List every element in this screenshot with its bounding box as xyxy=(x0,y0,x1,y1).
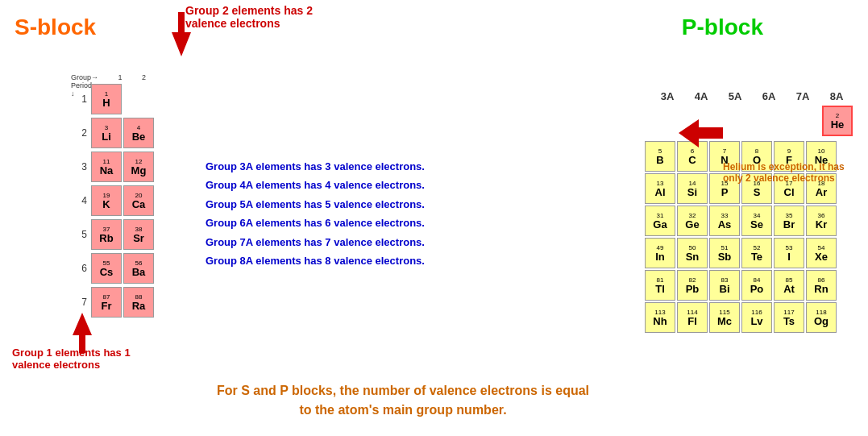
group-3a-header: 3A xyxy=(650,90,684,102)
element-Mc: 115Mc xyxy=(709,302,740,333)
p-row-1: 2 He xyxy=(644,105,853,140)
element-Ba: 56 Ba xyxy=(123,253,154,284)
p-row-6: 81Tl 82Pb 83Bi 84Po 85At 86Rn xyxy=(644,269,853,301)
element-As: 33As xyxy=(709,206,740,236)
group-5a-header: 5A xyxy=(718,90,752,102)
element-Li: 3 Li xyxy=(91,118,122,148)
element-Ts: 117Ts xyxy=(774,302,804,333)
s-block-label: S-block xyxy=(15,15,96,40)
period-3-label: 3 xyxy=(71,161,87,172)
element-Bi: 83Bi xyxy=(709,270,740,301)
period-1-label: 1 xyxy=(71,93,87,105)
element-Mg: 12 Mg xyxy=(123,152,154,182)
p-row-4: 31Ga 32Ge 33As 34Se 35Br 36Kr xyxy=(644,205,853,237)
element-Si: 14Si xyxy=(677,173,708,204)
element-I: 53I xyxy=(774,238,804,268)
element-Rb: 37 Rb xyxy=(91,219,122,250)
element-B: 5B xyxy=(645,141,675,172)
element-Kr: 36Kr xyxy=(806,206,837,236)
p-block-label: P-block xyxy=(682,15,763,40)
s-row-6: 6 55 Cs 56 Ba xyxy=(71,251,155,285)
s-row-1: 1 1 H xyxy=(71,82,155,116)
svg-marker-0 xyxy=(172,12,191,56)
element-H: 1 H xyxy=(91,84,122,114)
element-Ca: 20 Ca xyxy=(123,185,154,216)
element-Rn: 86Rn xyxy=(806,270,837,301)
element-K: 19 K xyxy=(91,185,122,216)
s-row-5: 5 37 Rb 38 Sr xyxy=(71,218,155,251)
p-row-7: 113Nh 114Fl 115Mc 116Lv 117Ts 118Og xyxy=(644,301,853,334)
blank-cell xyxy=(751,106,785,139)
element-Sb: 51Sb xyxy=(709,238,740,268)
element-Al: 13Al xyxy=(645,173,675,204)
element-Pb: 82Pb xyxy=(677,270,708,301)
element-Nh: 113Nh xyxy=(645,302,675,333)
group-7a-header: 7A xyxy=(786,90,820,102)
element-Lv: 116Lv xyxy=(741,302,772,333)
element-Tl: 81Tl xyxy=(645,270,675,301)
group-8a-header: 8A xyxy=(820,90,853,102)
svg-marker-1 xyxy=(679,119,723,147)
group2-annotation: Group 2 elements has 2 valence electrons xyxy=(185,4,313,30)
element-In: 49In xyxy=(645,238,675,268)
element-Ga: 31Ga xyxy=(645,206,675,236)
s-block-table: 1 1 H 2 3 Li 4 Be 3 11 Na 12 Mg 4 19 xyxy=(71,82,155,319)
element-Po: 84Po xyxy=(741,270,772,301)
bottom-text: For S and P blocks, the number of valenc… xyxy=(161,381,645,420)
blank-cell xyxy=(645,106,679,139)
element-Br: 35Br xyxy=(774,206,804,236)
period-7-label: 7 xyxy=(71,297,87,308)
group1-annotation: Group 1 elements has 1 valence electrons xyxy=(12,347,131,371)
period-4-label: 4 xyxy=(71,195,87,206)
element-Ge: 32Ge xyxy=(677,206,708,236)
element-Be: 4 Be xyxy=(123,118,154,148)
s-row-2: 2 3 Li 4 Be xyxy=(71,116,155,150)
group-4a-header: 4A xyxy=(684,90,718,102)
group2-arrow xyxy=(165,12,197,60)
element-Sr: 38 Sr xyxy=(123,219,154,250)
element-Na: 11 Na xyxy=(91,152,122,182)
p-row-5: 49In 50Sn 51Sb 52Te 53I 54Xe xyxy=(644,237,853,269)
element-Xe: 54Xe xyxy=(806,238,837,268)
element-Ra: 88 Ra xyxy=(123,287,154,318)
group-6a-header: 6A xyxy=(752,90,786,102)
element-Se: 34Se xyxy=(741,206,772,236)
element-Sn: 50Sn xyxy=(677,238,708,268)
p-group-labels-row: 8A 7A 6A 5A 4A 3A xyxy=(650,90,853,102)
element-Fl: 114Fl xyxy=(677,302,708,333)
period-6-label: 6 xyxy=(71,263,87,274)
s-row-4: 4 19 K 20 Ca xyxy=(71,184,155,218)
helium-annotation: Helium is exception, it has only 2 valen… xyxy=(723,161,852,184)
element-He: 2 He xyxy=(822,106,853,136)
period-2-label: 2 xyxy=(71,127,87,139)
element-Cs: 55 Cs xyxy=(91,253,122,284)
s-row-3: 3 11 Na 12 Mg xyxy=(71,150,155,184)
period-5-label: 5 xyxy=(71,229,87,240)
p-block-table: 2 He 5B 6C 7N 8O 9F 10Ne 13Al 14Si 15P 1… xyxy=(644,105,853,334)
helium-arrow xyxy=(679,119,723,151)
group-text-annotations: Group 3A elements has 3 valence electron… xyxy=(206,157,425,270)
element-Og: 118Og xyxy=(806,302,837,333)
blank-cell xyxy=(787,106,820,139)
element-At: 85At xyxy=(774,270,804,301)
element-Te: 52Te xyxy=(741,238,772,268)
